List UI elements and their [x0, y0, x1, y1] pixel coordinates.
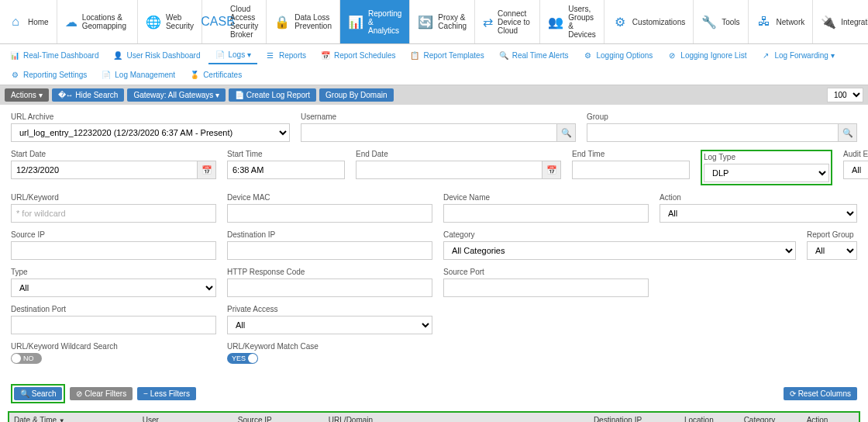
table-header[interactable]: Destination IP — [589, 413, 680, 422]
category-select[interactable]: All Categories — [443, 241, 796, 260]
hide-search-button[interactable]: �↔ Hide Search — [52, 88, 125, 102]
toolbar: Actions ▾ �↔ Hide Search Gateway: All Ga… — [0, 85, 868, 105]
url-keyword-input[interactable] — [11, 204, 216, 223]
table-header[interactable]: Action — [802, 413, 859, 422]
clear-filters-button[interactable]: ⊘ Clear Filters — [70, 387, 133, 400]
subnav-item[interactable]: 📋Report Templates — [403, 46, 490, 64]
type-select[interactable]: All — [11, 278, 216, 297]
subnav-label: Log Forwarding ▾ — [774, 51, 834, 60]
end-time-input[interactable] — [572, 161, 690, 179]
subnav-item[interactable]: 📅Report Schedules — [314, 46, 402, 64]
source-ip-input[interactable] — [11, 241, 216, 260]
subnav-item[interactable]: 📄Logs ▾ — [208, 46, 257, 64]
search-icon[interactable]: 🔍 — [839, 123, 857, 142]
nav-label: Reporting & Analytics — [368, 9, 401, 35]
topnav-item[interactable]: ⇄Connect Device to Cloud — [475, 0, 540, 43]
nav-label: Home — [28, 18, 49, 26]
calendar-icon[interactable]: 📅 — [198, 161, 216, 179]
wildcard-search-toggle[interactable]: NO — [11, 353, 42, 364]
subnav-item[interactable]: ☰Reports — [259, 46, 312, 64]
subnav-icon: 🔍 — [498, 50, 509, 61]
table-header[interactable]: URL/Domain — [324, 413, 589, 422]
nav-icon: 🔒 — [274, 14, 290, 29]
topnav-item[interactable]: ⚙Customizations — [604, 0, 694, 43]
match-case-toggle[interactable]: YES — [227, 353, 258, 364]
group-by-domain-button[interactable]: Group By Domain — [319, 88, 393, 102]
subnav-item[interactable]: 🔍Real Time Alerts — [492, 46, 575, 64]
table-header[interactable]: Category — [739, 413, 802, 422]
match-case-label: URL/Keyword Match Case — [227, 342, 432, 351]
start-time-label: Start Time — [227, 150, 345, 158]
topnav-item[interactable]: CASBCloud Access Security Broker — [202, 0, 267, 43]
end-time-label: End Time — [572, 150, 690, 158]
subnav-icon: ⚙ — [583, 50, 594, 61]
search-icon[interactable]: 🔍 — [557, 123, 576, 142]
username-input[interactable] — [301, 123, 557, 142]
subnav-item[interactable]: 📄Log Management — [95, 66, 181, 83]
subnav-item[interactable]: ⚙Reporting Settings — [3, 66, 93, 83]
subnav-icon: 📋 — [409, 50, 420, 61]
subnav-icon: 📅 — [320, 50, 331, 61]
nav-label: Tools — [722, 18, 739, 26]
nav-label: Cloud Access Security Broker — [230, 5, 258, 39]
destination-ip-label: Destination IP — [227, 230, 432, 239]
start-date-input[interactable] — [11, 161, 198, 179]
topnav-item[interactable]: 👥Users, Groups & Devices — [540, 0, 604, 43]
nav-icon: CASB — [210, 14, 226, 29]
topnav-item[interactable]: 🔧Tools — [694, 0, 748, 43]
page-size-select[interactable]: 100 — [827, 88, 863, 102]
table-header[interactable]: Source IP — [233, 413, 324, 422]
less-filters-button[interactable]: − Less Filters — [137, 387, 196, 400]
audit-event-label: Audit Event — [843, 150, 868, 158]
actions-button[interactable]: Actions ▾ — [5, 88, 49, 102]
topnav-item[interactable]: 🌐Web Security — [138, 0, 202, 43]
subnav-item[interactable]: 📊Real-Time Dashboard — [3, 46, 105, 64]
table-header[interactable]: Date & Time ▼ — [9, 413, 138, 422]
subnav-item[interactable]: 🏅Certificates — [183, 66, 248, 83]
dest-port-input[interactable] — [11, 316, 216, 334]
report-group-select[interactable]: All — [807, 241, 857, 260]
calendar-icon[interactable]: 📅 — [542, 161, 561, 179]
table-header[interactable]: Location — [680, 413, 739, 422]
wildcard-search-label: URL/Keyword Wildcard Search — [11, 342, 216, 351]
topnav-item[interactable]: 🔒Data Loss Prevention — [267, 0, 340, 43]
audit-event-select[interactable]: All — [843, 161, 868, 179]
private-access-select[interactable]: All — [227, 316, 432, 334]
url-archive-select[interactable]: url_log_entry_12232020 (12/23/2020 6:37 … — [11, 123, 290, 142]
group-input[interactable] — [587, 123, 839, 142]
topnav-item[interactable]: 🔄Proxy & Caching — [410, 0, 475, 43]
device-mac-input[interactable] — [227, 204, 432, 223]
end-date-input[interactable] — [356, 161, 542, 179]
http-code-input[interactable] — [227, 278, 432, 297]
action-select[interactable]: All — [660, 204, 857, 223]
log-type-select[interactable]: DLP — [704, 164, 829, 182]
subnav-item[interactable]: 👤User Risk Dashboard — [106, 46, 206, 64]
subnav-item[interactable]: ⊘Logging Ignore List — [660, 46, 753, 64]
device-name-label: Device Name — [443, 193, 649, 202]
gateway-button[interactable]: Gateway: All Gateways ▾ — [127, 88, 226, 102]
nav-label: Users, Groups & Devices — [568, 5, 596, 39]
topnav-item[interactable]: 📊Reporting & Analytics — [340, 0, 410, 43]
topnav-item[interactable]: ⌂Home — [0, 0, 57, 43]
nav-label: Connect Device to Cloud — [498, 9, 532, 35]
create-log-report-button[interactable]: 📄 Create Log Report — [229, 88, 316, 102]
table-header[interactable]: User — [138, 413, 233, 422]
reset-columns-button[interactable]: ⟳ Reset Columns — [784, 387, 857, 400]
start-date-label: Start Date — [11, 150, 216, 158]
start-time-input[interactable] — [227, 161, 345, 179]
nav-label: Integrations — [841, 18, 868, 26]
topnav-item[interactable]: ☁Locations & Geomapping — [57, 0, 138, 43]
device-name-input[interactable] — [443, 204, 649, 223]
nav-label: Locations & Geomapping — [82, 13, 129, 30]
source-port-input[interactable] — [443, 278, 649, 297]
topnav-item[interactable]: 🖧Network — [749, 0, 814, 43]
destination-ip-input[interactable] — [227, 241, 432, 260]
subnav-item[interactable]: ↗Log Forwarding ▾ — [754, 46, 840, 64]
nav-icon: 🌐 — [146, 14, 161, 29]
nav-icon: 🔄 — [418, 14, 433, 29]
subnav-item[interactable]: ⚙Logging Options — [577, 46, 660, 64]
group-label: Group — [587, 112, 857, 121]
search-button[interactable]: 🔍 Search — [14, 387, 62, 400]
topnav-item[interactable]: 🔌Integrations — [813, 0, 868, 43]
subnav-label: Real-Time Dashboard — [23, 51, 98, 60]
